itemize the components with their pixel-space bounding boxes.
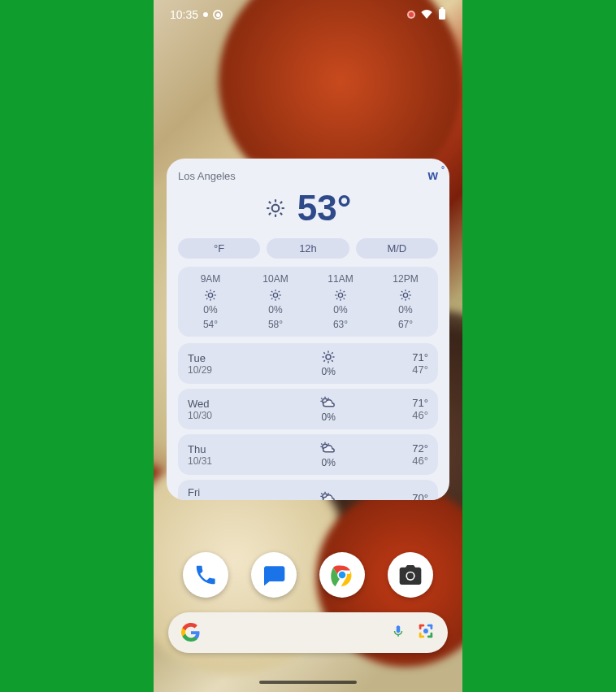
svg-line-37 — [344, 291, 345, 292]
day-date: 11/1 — [188, 498, 245, 500]
svg-point-20 — [273, 293, 277, 297]
sun-icon — [308, 288, 373, 302]
hour-temp: 67° — [373, 319, 438, 330]
lens-icon[interactable] — [417, 622, 435, 643]
wifi-icon — [420, 8, 433, 21]
daily-row: Tue 10/29 0% 71° 47° — [178, 343, 438, 384]
day-high: 70° — [412, 492, 428, 500]
svg-line-16 — [206, 291, 207, 292]
nav-handle[interactable] — [259, 681, 357, 684]
day-high: 71° — [412, 351, 428, 363]
day-low: 47° — [412, 363, 428, 376]
hourly-item: 12PM 0% 67° — [373, 273, 438, 330]
mic-icon[interactable] — [391, 622, 406, 643]
svg-point-11 — [208, 293, 212, 297]
daily-row: Wed 10/30 0% 71° 46° — [178, 389, 438, 429]
sun-icon — [373, 288, 438, 302]
hourly-item: 9AM 0% 54° — [178, 273, 243, 330]
partly-sunny-icon — [245, 441, 412, 455]
day-date: 10/30 — [188, 410, 245, 421]
google-search-bar[interactable] — [168, 612, 448, 653]
weather-location: Los Angeles — [178, 170, 236, 182]
svg-line-28 — [279, 291, 280, 292]
hour-time: 10AM — [243, 273, 308, 285]
current-temp: 53° — [297, 188, 352, 228]
chrome-app[interactable] — [319, 552, 365, 598]
day-precip: 0% — [245, 457, 412, 468]
day-high: 72° — [412, 442, 428, 455]
svg-point-73 — [339, 572, 346, 579]
status-time: 10:35 — [170, 8, 198, 21]
svg-line-52 — [324, 352, 326, 354]
svg-line-19 — [214, 291, 215, 292]
sun-icon — [265, 198, 286, 219]
unit-pill[interactable]: °F — [178, 238, 260, 259]
svg-line-34 — [336, 291, 337, 292]
svg-line-17 — [214, 298, 215, 299]
svg-point-29 — [338, 293, 342, 297]
svg-line-10 — [280, 202, 282, 203]
date-format-pill[interactable]: M/D — [356, 238, 438, 259]
svg-rect-77 — [419, 625, 422, 629]
hour-precip: 0% — [178, 304, 243, 316]
svg-rect-79 — [431, 625, 433, 629]
svg-line-69 — [321, 493, 322, 494]
svg-line-43 — [401, 291, 402, 292]
svg-line-9 — [269, 213, 271, 215]
day-name: Tue — [188, 352, 245, 364]
hourly-item: 10AM 0% 58° — [243, 273, 308, 330]
weather-widget[interactable]: Los Angeles w 53° °F 12h M/D 9AM 0% — [167, 159, 449, 500]
daily-row: Thu 10/31 0% 72° 46° — [178, 434, 438, 475]
svg-line-44 — [409, 298, 410, 299]
svg-line-26 — [279, 298, 280, 299]
svg-point-75 — [407, 572, 414, 579]
hour-time: 9AM — [178, 273, 243, 285]
svg-line-45 — [401, 298, 402, 299]
battery-icon — [438, 7, 446, 23]
svg-line-59 — [321, 398, 322, 398]
dock — [154, 552, 462, 598]
day-low: 46° — [412, 455, 428, 467]
day-high: 71° — [412, 397, 428, 409]
svg-line-54 — [324, 360, 326, 362]
google-logo-icon — [181, 623, 201, 642]
svg-line-53 — [332, 360, 333, 362]
svg-line-46 — [409, 291, 410, 292]
hour-temp: 54° — [178, 319, 243, 330]
day-precip: 0% — [245, 411, 412, 423]
camera-app[interactable] — [388, 552, 433, 598]
svg-point-38 — [403, 293, 407, 297]
svg-line-25 — [271, 291, 272, 292]
hour-time: 11AM — [308, 273, 373, 285]
hour-precip: 0% — [373, 304, 438, 316]
hour-temp: 58° — [243, 319, 308, 330]
svg-line-60 — [328, 398, 329, 398]
hour-precip: 0% — [308, 304, 373, 316]
day-name: Wed — [188, 398, 245, 410]
partly-sunny-icon — [245, 395, 412, 410]
svg-line-7 — [269, 202, 271, 203]
daily-row: Fri 11/1 70° — [178, 480, 438, 500]
svg-line-18 — [206, 298, 207, 299]
svg-line-35 — [344, 298, 345, 299]
phone-app[interactable] — [183, 552, 228, 598]
hourly-item: 11AM 0% 63° — [308, 273, 373, 330]
phone-frame: 10:35 Los Angeles w — [154, 0, 462, 692]
hour-temp: 63° — [308, 319, 373, 330]
svg-line-65 — [328, 443, 329, 444]
svg-rect-81 — [419, 633, 422, 638]
weather-brand-icon: w — [428, 168, 438, 183]
hour-precip: 0% — [243, 304, 308, 316]
svg-line-55 — [332, 352, 333, 354]
sun-icon — [243, 288, 308, 302]
notification-dot-icon — [203, 12, 208, 17]
day-precip: 0% — [245, 366, 412, 377]
record-indicator-icon — [213, 10, 223, 20]
hours-pill[interactable]: 12h — [267, 238, 349, 259]
svg-line-64 — [321, 443, 322, 444]
svg-line-8 — [280, 213, 282, 215]
day-low: 46° — [412, 409, 428, 421]
messages-app[interactable] — [251, 552, 297, 598]
svg-line-70 — [328, 493, 329, 494]
sun-icon — [178, 288, 243, 302]
